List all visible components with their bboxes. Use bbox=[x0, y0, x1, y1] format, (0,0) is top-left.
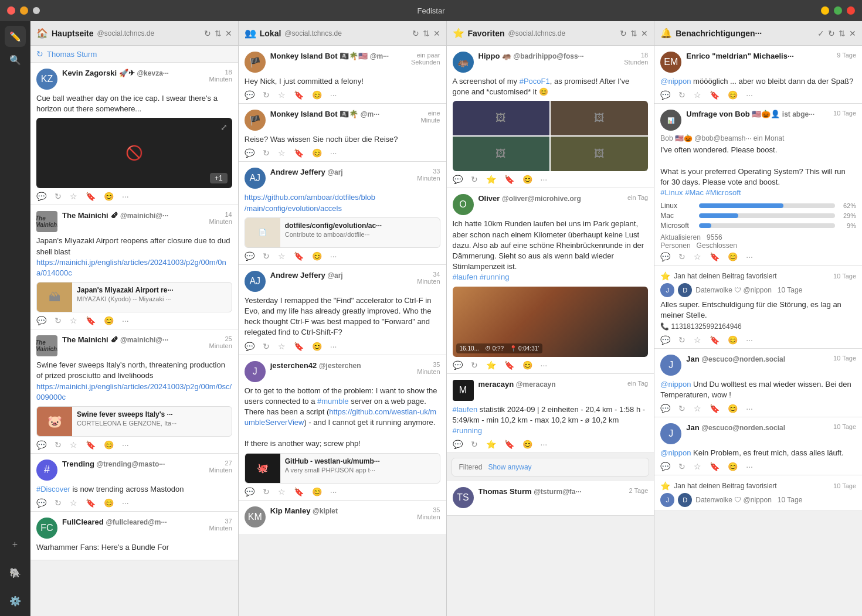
fav-icon[interactable]: ☆ bbox=[70, 192, 77, 201]
more-icon[interactable]: ··· bbox=[541, 175, 548, 184]
bookmark-icon[interactable]: 🔖 bbox=[86, 192, 96, 201]
hashtag-mac[interactable]: #Mac bbox=[685, 188, 704, 197]
emoji-icon[interactable]: 😊 bbox=[728, 404, 738, 413]
boost-icon[interactable]: ↻ bbox=[55, 316, 62, 325]
sort-icon[interactable]: ⇅ bbox=[215, 29, 222, 38]
mention-nippon3[interactable]: @nippon bbox=[660, 448, 691, 457]
hashtag-microsoft[interactable]: #Microsoft bbox=[706, 188, 741, 197]
fav-icon[interactable]: ⭐ bbox=[486, 360, 496, 370]
close-col-icon[interactable]: ✕ bbox=[225, 29, 232, 38]
hashtag-linux[interactable]: #Linux bbox=[660, 188, 683, 197]
boost-icon[interactable]: ↻ bbox=[678, 335, 685, 345]
more-icon[interactable]: ··· bbox=[746, 335, 753, 345]
emoji-icon[interactable]: 😊 bbox=[312, 487, 322, 496]
sidebar-search[interactable]: 🔍 bbox=[5, 49, 26, 70]
sidebar-add[interactable]: + bbox=[5, 534, 26, 555]
bookmark-icon[interactable]: 🔖 bbox=[294, 90, 304, 100]
more-icon[interactable]: ··· bbox=[330, 251, 337, 261]
mention-nippon[interactable]: @nippon bbox=[660, 77, 691, 86]
check-icon[interactable]: ✓ bbox=[817, 29, 824, 38]
emoji-icon[interactable]: 😊 bbox=[522, 360, 532, 370]
hashtag-mumble[interactable]: #mumble bbox=[317, 397, 348, 406]
emoji-icon[interactable]: 😊 bbox=[728, 252, 738, 261]
fav-icon[interactable]: ☆ bbox=[278, 251, 286, 261]
person-link-thomas[interactable]: ↻ Thomas Sturm bbox=[30, 46, 238, 63]
boost-icon[interactable]: ↻ bbox=[263, 90, 270, 100]
emoji-icon[interactable]: 😊 bbox=[312, 148, 322, 158]
link-card[interactable]: 🐙 GitHub - westlan-uk/mumb··· A very sma… bbox=[245, 453, 440, 484]
hashtag-laufen2[interactable]: #laufen bbox=[453, 405, 478, 414]
more-icon[interactable]: ··· bbox=[746, 90, 753, 100]
more-icon[interactable]: ··· bbox=[746, 404, 753, 413]
boost-icon[interactable]: ↻ bbox=[471, 440, 478, 449]
refresh-icon[interactable]: ↻ bbox=[620, 29, 627, 38]
fav-icon[interactable]: ☆ bbox=[278, 148, 286, 158]
minimize-button[interactable] bbox=[20, 6, 28, 15]
bookmark-icon[interactable]: 🔖 bbox=[294, 342, 304, 351]
github-link[interactable]: https://github.com/amboar/dotfiles/blob/… bbox=[245, 193, 375, 212]
close-col-icon[interactable]: ✕ bbox=[641, 29, 648, 38]
reply-icon[interactable]: 💬 bbox=[453, 360, 463, 370]
boost-icon[interactable]: ↻ bbox=[55, 498, 62, 508]
boost-icon[interactable]: ↻ bbox=[263, 251, 270, 261]
fav-icon[interactable]: ☆ bbox=[70, 498, 77, 508]
more-icon[interactable]: ··· bbox=[122, 316, 129, 325]
fav-icon[interactable]: ☆ bbox=[694, 90, 701, 100]
more-icon[interactable]: ··· bbox=[122, 192, 129, 201]
hashtag[interactable]: #Discover bbox=[36, 485, 70, 494]
bookmark-icon[interactable]: 🔖 bbox=[294, 148, 304, 158]
reply-icon[interactable]: 💬 bbox=[245, 342, 254, 351]
emoji-icon[interactable]: 😊 bbox=[728, 335, 738, 345]
emoji-icon[interactable]: 😊 bbox=[104, 192, 114, 201]
boost-icon[interactable]: ↻ bbox=[55, 440, 62, 450]
fav-icon[interactable]: ☆ bbox=[278, 342, 286, 351]
sidebar-settings[interactable]: ⚙️ bbox=[5, 590, 26, 611]
emoji-icon[interactable]: 😊 bbox=[312, 90, 322, 100]
reply-icon[interactable]: 💬 bbox=[453, 175, 463, 184]
bookmark-icon[interactable]: 🔖 bbox=[710, 252, 720, 261]
sort-icon[interactable]: ⇅ bbox=[423, 29, 430, 38]
bookmark-icon[interactable]: 🔖 bbox=[710, 404, 720, 413]
more-icon[interactable]: ··· bbox=[122, 440, 129, 450]
refresh-icon[interactable]: ↻ bbox=[204, 29, 211, 38]
mention-nippon2[interactable]: @nippon bbox=[660, 380, 691, 389]
reply-icon[interactable]: 💬 bbox=[660, 252, 670, 261]
reply-icon[interactable]: 💬 bbox=[245, 90, 254, 100]
reply-icon[interactable]: 💬 bbox=[660, 404, 670, 413]
bookmark-icon[interactable]: 🔖 bbox=[710, 462, 720, 471]
bookmark-icon[interactable]: 🔖 bbox=[86, 316, 96, 325]
emoji-icon[interactable]: 😊 bbox=[522, 175, 532, 184]
post-link[interactable]: https://mainichi.jp/english/articles/202… bbox=[36, 258, 226, 277]
show-anyway-button[interactable]: Show anyway bbox=[488, 463, 532, 471]
emoji-icon[interactable]: 😊 bbox=[728, 462, 738, 471]
fav-icon[interactable]: ☆ bbox=[694, 404, 701, 413]
bookmark-icon[interactable]: 🔖 bbox=[504, 440, 514, 449]
reply-icon[interactable]: 💬 bbox=[36, 498, 46, 508]
sidebar-mastodon[interactable]: 🐘 bbox=[5, 562, 26, 583]
boost-icon[interactable]: ↻ bbox=[55, 192, 62, 201]
boost-icon[interactable]: ↻ bbox=[678, 252, 685, 261]
emoji-icon[interactable]: 😊 bbox=[522, 440, 532, 449]
boost-icon[interactable]: ↻ bbox=[263, 148, 270, 158]
bookmark-icon[interactable]: 🔖 bbox=[294, 487, 304, 496]
emoji-icon[interactable]: 😊 bbox=[312, 342, 322, 351]
bookmark-icon[interactable]: 🔖 bbox=[710, 90, 720, 100]
fav-icon[interactable]: ☆ bbox=[694, 462, 701, 471]
refresh-icon[interactable]: ↻ bbox=[828, 29, 835, 38]
fav-icon[interactable]: ⭐ bbox=[486, 440, 496, 449]
emoji-icon[interactable]: 😊 bbox=[728, 90, 738, 100]
emoji-icon[interactable]: 😊 bbox=[104, 440, 114, 450]
fav-icon[interactable]: ⭐ bbox=[486, 175, 496, 184]
more-icon[interactable]: ··· bbox=[746, 462, 753, 471]
mumble-link[interactable]: https://github.com/westlan-uk/mumbleServ… bbox=[245, 407, 436, 427]
link-card[interactable]: 📄 dotfiles/config/evolution/ac··· Contri… bbox=[245, 217, 440, 248]
fav-icon[interactable]: ☆ bbox=[70, 440, 77, 450]
reply-icon[interactable]: 💬 bbox=[453, 440, 463, 449]
close-button[interactable] bbox=[7, 6, 15, 15]
sidebar-compose[interactable]: ✏️ bbox=[5, 26, 26, 47]
fav-icon[interactable]: ☆ bbox=[70, 316, 77, 325]
boost-icon[interactable]: ↻ bbox=[471, 360, 478, 370]
boost-icon[interactable]: ↻ bbox=[263, 342, 270, 351]
more-icon[interactable]: ··· bbox=[330, 90, 337, 100]
emoji-icon[interactable]: 😊 bbox=[104, 316, 114, 325]
